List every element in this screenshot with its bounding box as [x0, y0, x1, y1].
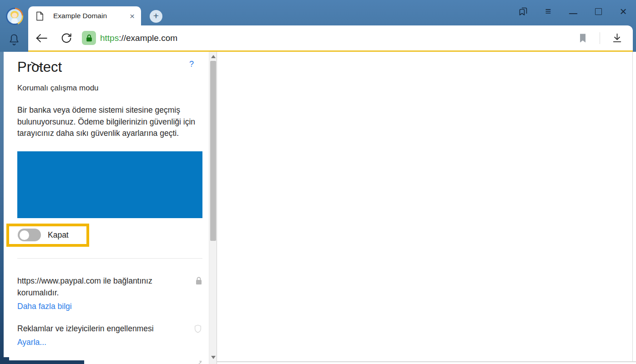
window-bottom-corner-strip — [0, 360, 84, 364]
url-protocol: https — [100, 33, 119, 43]
toggle-highlight-box: Kapat — [6, 224, 89, 247]
download-icon[interactable] — [611, 32, 623, 44]
url-host: ://example.com — [119, 33, 177, 43]
tab-example-domain[interactable]: Example Domain × — [28, 6, 141, 25]
window-controls: ≡ — × — [504, 4, 629, 19]
protected-mode-title: Korumalı çalışma modu — [17, 84, 202, 93]
toolbar-divider — [600, 32, 600, 44]
notifications-bell-icon[interactable] — [7, 33, 21, 47]
reload-icon[interactable] — [60, 32, 73, 45]
toolbar: https://example.com — [28, 25, 633, 52]
help-icon[interactable]: ? — [189, 60, 194, 69]
bookmark-flag-icon[interactable] — [578, 33, 588, 44]
security-lock-badge[interactable] — [82, 31, 96, 45]
window-bottom-corner — [0, 357, 9, 364]
section-divider — [17, 258, 202, 259]
configure-link[interactable]: Ayarla... — [17, 336, 46, 348]
protect-logo: Protect — [17, 58, 62, 76]
ads-blocking-row: Reklamlar ve izleyicilerin engellenmesi … — [17, 323, 202, 348]
maximize-icon[interactable] — [593, 5, 604, 18]
more-info-link[interactable]: Daha fazla bilgi — [17, 300, 72, 312]
protect-panel: Protect ? Korumalı çalışma modu Bir bank… — [4, 52, 217, 364]
protected-mode-description: Bir banka veya ödeme sistemi sitesine ge… — [17, 105, 202, 140]
protected-mode-toggle[interactable] — [18, 229, 41, 241]
shield-icon — [193, 324, 202, 336]
browser-window: Example Domain × + ≡ — × — [0, 0, 636, 364]
avatar-image — [7, 9, 22, 24]
close-icon[interactable]: × — [618, 5, 629, 18]
page-icon — [36, 11, 44, 21]
new-tab-button[interactable]: + — [150, 10, 162, 23]
window-right-edge — [632, 52, 633, 361]
address-bar[interactable]: https://example.com — [100, 33, 177, 43]
connection-text: https://www.paypal.com ile bağlantınız k… — [17, 275, 202, 299]
scrollbar-thumb[interactable] — [210, 61, 216, 241]
connection-row: https://www.paypal.com ile bağlantınız k… — [17, 275, 202, 312]
tab-close-icon[interactable]: × — [130, 12, 135, 20]
window-left-edge — [0, 52, 4, 364]
menu-icon[interactable]: ≡ — [543, 5, 554, 18]
javascript-blocked-icon — [194, 360, 202, 364]
toggle-label: Kapat — [48, 230, 69, 240]
scrollbar-up-arrow[interactable] — [209, 53, 217, 60]
toggle-knob — [20, 230, 29, 240]
back-icon[interactable] — [35, 31, 48, 45]
panel-scrollbar[interactable] — [209, 52, 217, 364]
collections-icon[interactable] — [518, 5, 529, 18]
minimize-icon[interactable]: — — [568, 5, 579, 18]
scrollbar-down-arrow[interactable] — [209, 354, 217, 361]
promo-image — [17, 151, 202, 218]
connection-lock-icon — [195, 276, 202, 287]
ads-blocking-text: Reklamlar ve izleyicilerin engellenmesi — [17, 323, 202, 334]
profile-avatar[interactable] — [6, 8, 23, 25]
browser-chrome: Example Domain × + ≡ — × — [0, 0, 636, 52]
tab-title: Example Domain — [53, 12, 130, 20]
